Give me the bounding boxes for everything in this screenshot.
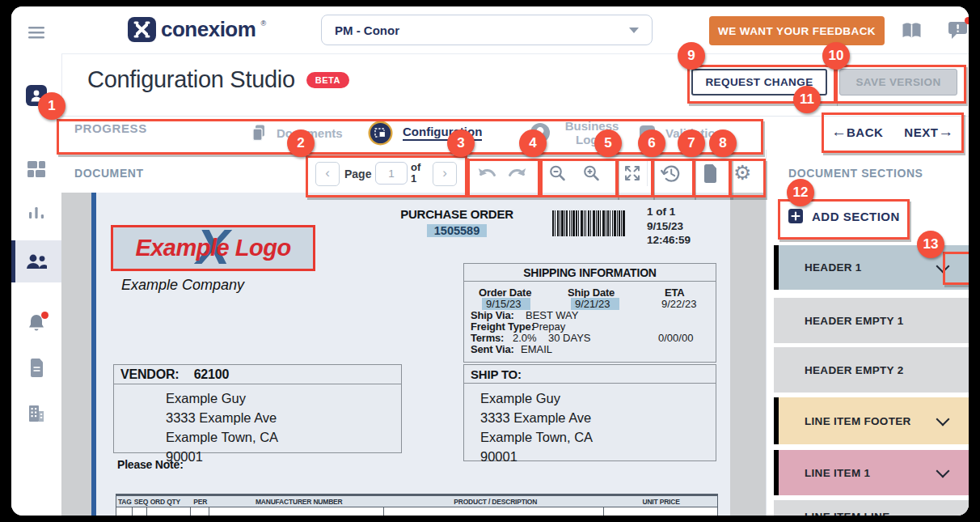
order-date-value: 9/15/23 xyxy=(482,298,530,310)
page-title: Configuration Studio xyxy=(87,66,295,93)
step-validation[interactable]: Validation xyxy=(639,116,723,150)
brand-name: conexiom xyxy=(161,17,256,42)
step-configuration[interactable]: Configuration xyxy=(368,116,482,150)
app-window: conexiom ® PM - Conor WE WANT YOUR FEEDB… xyxy=(11,6,969,516)
step-validation-label: Validation xyxy=(665,126,723,140)
progress-label: PROGRESS xyxy=(74,121,147,135)
validation-step-icon xyxy=(639,125,656,142)
page-count-label: of 1 xyxy=(411,162,425,185)
step-business-logic[interactable]: Business Logic xyxy=(530,116,623,150)
step-configuration-label: Configuration xyxy=(403,125,482,141)
ship-date-label: Ship Date xyxy=(568,286,615,299)
back-arrow-icon[interactable]: ← xyxy=(831,123,847,141)
sent-via-label: Sent Via: xyxy=(471,343,514,355)
business-logic-step-icon xyxy=(530,122,551,143)
notification-badge-dot xyxy=(41,312,49,319)
bar-chart-icon[interactable] xyxy=(11,206,61,220)
document-sections-title: DOCUMENT SECTIONS xyxy=(788,167,923,180)
zoom-in-icon[interactable] xyxy=(582,164,600,185)
document-nav-icon[interactable] xyxy=(11,359,61,377)
page-prev-button[interactable]: ‹ xyxy=(315,162,340,186)
page-label: Page xyxy=(344,168,371,180)
section-line-item-1[interactable]: LINE ITEM 1 xyxy=(774,450,969,495)
po-number: 1505589 xyxy=(427,224,487,237)
terms-label: Terms: xyxy=(471,332,504,344)
page-number-input[interactable] xyxy=(375,162,408,185)
ship-to-box: SHIP TO: Example Guy 3333 Example Ave Ex… xyxy=(463,364,716,461)
company-building-icon[interactable] xyxy=(11,405,61,422)
notifications-bell-icon[interactable] xyxy=(11,313,61,333)
next-button[interactable]: NEXT xyxy=(904,125,938,139)
sent-via-value: EMAIL xyxy=(521,343,552,355)
freight-type-label: Freight Type: xyxy=(471,320,534,333)
line-item-table-header: TAG SEQ ORD QTY PER MANUFACTURER NUMBER … xyxy=(116,494,718,507)
settings-gear-icon[interactable]: ⚙ xyxy=(733,163,751,182)
version-history-icon[interactable] xyxy=(660,163,681,187)
po-page-count: 1 of 1 xyxy=(647,205,691,219)
add-section-label: ADD SECTION xyxy=(812,210,900,223)
eta-value: 9/22/23 xyxy=(661,298,696,310)
users-icon[interactable] xyxy=(11,254,61,269)
hamburger-menu-icon[interactable] xyxy=(11,26,61,39)
document-panel-label: DOCUMENT xyxy=(74,167,144,180)
section-header-1[interactable]: HEADER 1 xyxy=(774,245,969,290)
section-header-empty-2[interactable]: HEADER EMPTY 2 xyxy=(774,347,969,393)
vendor-number: 62100 xyxy=(194,367,230,381)
dashboard-icon[interactable] xyxy=(11,161,61,178)
step-documents-label: Documents xyxy=(277,126,343,140)
freight-type-value: Prepay xyxy=(532,320,565,333)
order-date-label: Order Date xyxy=(479,286,531,299)
chevron-down-icon[interactable] xyxy=(936,465,950,478)
chevron-down-icon[interactable] xyxy=(936,413,950,427)
section-header-empty-1[interactable]: HEADER EMPTY 1 xyxy=(774,298,969,343)
section-line-item-footer[interactable]: LINE ITEM FOOTER xyxy=(774,397,969,444)
terms-days: 30 DAYS xyxy=(548,332,591,344)
logo-text: Example Logo xyxy=(135,235,290,261)
left-nav-sidebar xyxy=(11,6,62,516)
redo-icon[interactable] xyxy=(507,167,527,183)
toolbar-divider xyxy=(647,160,648,186)
shipping-info-title: SHIPPING INFORMATION xyxy=(464,264,716,282)
feedback-button[interactable]: WE WANT YOUR FEEDBACK xyxy=(709,16,885,45)
chevron-down-icon[interactable] xyxy=(936,259,950,273)
zoom-out-icon[interactable] xyxy=(548,164,566,185)
ship-date-value: 9/21/23 xyxy=(571,298,619,310)
undo-icon[interactable] xyxy=(477,167,497,183)
chevron-down-icon xyxy=(629,28,639,33)
registered-mark: ® xyxy=(260,19,266,28)
line-item-table: TAG SEQ ORD QTY PER MANUFACTURER NUMBER … xyxy=(116,494,718,516)
step-business-logic-label: Business Logic xyxy=(560,119,623,146)
help-book-icon[interactable] xyxy=(901,22,923,43)
page-next-button[interactable]: › xyxy=(433,162,457,186)
next-arrow-icon[interactable]: → xyxy=(938,123,953,141)
terms-date: 0/00/00 xyxy=(658,332,693,344)
conexiom-logo-mark xyxy=(128,17,156,42)
ship-via-label: Ship Via: xyxy=(471,309,514,321)
workspace-dropdown[interactable]: PM - Conor xyxy=(321,15,653,45)
feedback-chat-icon[interactable] xyxy=(948,21,968,43)
plus-icon xyxy=(788,209,803,223)
request-change-button[interactable]: REQUEST CHANGE xyxy=(691,69,827,95)
purchase-order-page[interactable]: X Example Logo Example Company PURCHASE … xyxy=(96,193,730,516)
shipping-info-box: SHIPPING INFORMATION Order Date Ship Dat… xyxy=(463,263,716,363)
po-time: 12:46:59 xyxy=(647,233,691,248)
barcode-image xyxy=(552,210,627,236)
eta-label: ETA xyxy=(665,286,684,299)
add-section-button[interactable]: ADD SECTION xyxy=(788,209,900,223)
vendor-label: VENDOR: xyxy=(120,367,179,381)
step-documents[interactable]: Documents xyxy=(251,116,343,150)
fullscreen-expand-icon[interactable] xyxy=(623,164,641,185)
contact-card-icon[interactable] xyxy=(11,85,61,106)
document-page-icon[interactable] xyxy=(703,164,718,186)
back-next-nav: ← BACK NEXT → xyxy=(831,117,953,146)
po-date: 9/15/23 xyxy=(647,219,691,234)
page-header: Configuration Studio BETA xyxy=(87,66,349,93)
po-page-info: 1 of 1 9/15/23 12:46:59 xyxy=(647,205,691,248)
ship-via-value: BEST WAY xyxy=(526,309,579,321)
workspace-dropdown-value: PM - Conor xyxy=(335,23,399,37)
save-version-button[interactable]: SAVE VERSION xyxy=(839,69,957,95)
section-line-item-line[interactable]: LINE ITEM LINE xyxy=(774,500,969,516)
company-name: Example Company xyxy=(121,277,244,294)
back-button[interactable]: BACK xyxy=(847,125,883,139)
terms-percent: 2.0% xyxy=(513,332,537,344)
